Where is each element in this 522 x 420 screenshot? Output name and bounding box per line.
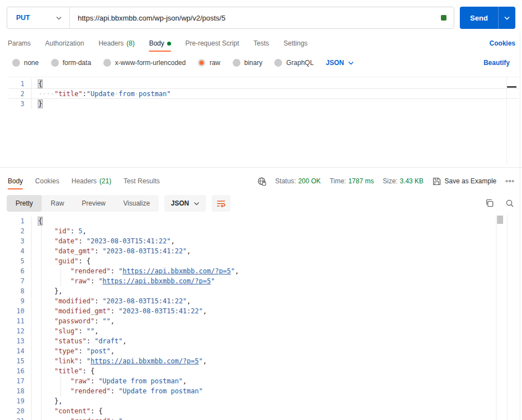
code-content: ····"title":"Update·from·postman" xyxy=(31,89,519,99)
method-selector[interactable]: PUT xyxy=(7,7,69,28)
json-str: "Update xyxy=(87,90,115,98)
json-punc: : xyxy=(111,267,118,275)
search-icon[interactable] xyxy=(505,199,514,208)
tab-body[interactable]: Body xyxy=(149,34,170,52)
radio-icon xyxy=(103,59,111,67)
line-number: 2 xyxy=(9,226,31,236)
line-number: 1 xyxy=(9,216,31,226)
body-type-radio-binary[interactable]: binary xyxy=(233,59,263,67)
response-view-switcher: PrettyRawPreviewVisualize xyxy=(7,195,159,212)
code-content: "raw": "https://api.bbxmbb.com/?p=5" xyxy=(31,276,519,286)
body-type-radio-none[interactable]: none xyxy=(12,59,39,67)
response-body-viewer[interactable]: 1{2 "id": 5,3 "date": "2023-08-03T15:41:… xyxy=(9,214,519,420)
line-number: 1 xyxy=(9,79,31,89)
code-line: 21 "rendered": " xyxy=(9,416,519,420)
json-str: "2023-08-03T15:41:22" xyxy=(103,247,187,255)
body-type-radio-x-www-form-urlencoded[interactable]: x-www-form-urlencoded xyxy=(103,59,185,67)
view-tab-pretty[interactable]: Pretty xyxy=(7,195,42,212)
body-type-radio-graphql[interactable]: GraphQL xyxy=(274,59,313,67)
json-key: "title" xyxy=(54,90,83,98)
code-line: 10 "modified_gmt": "2023-08-03T15:41:22"… xyxy=(9,306,519,316)
view-tab-preview[interactable]: Preview xyxy=(73,195,114,212)
code-content: "modified_gmt": "2023-08-03T15:41:22", xyxy=(31,306,519,316)
tab-label: Settings xyxy=(284,39,308,47)
network-globe-lock-icon[interactable] xyxy=(257,177,267,186)
tab-headers[interactable]: Headers(8) xyxy=(98,34,134,52)
json-ws: · xyxy=(114,90,118,98)
raw-language-select[interactable]: JSON xyxy=(326,59,354,67)
json-ws: ···· xyxy=(38,90,54,98)
time-badge: Time: 1787 ms xyxy=(330,177,374,185)
raw-language-label: JSON xyxy=(326,59,344,67)
code-content: }, xyxy=(31,396,519,406)
tab-tests[interactable]: Tests xyxy=(253,34,269,52)
json-punc: }, xyxy=(54,287,62,295)
time-value: 1787 ms xyxy=(348,177,374,185)
chevron-down-icon xyxy=(348,61,354,65)
send-options-button[interactable] xyxy=(498,7,515,29)
json-str: " xyxy=(119,267,123,275)
save-as-example-button[interactable]: Save as Example xyxy=(433,177,496,186)
code-content: "date_gmt": "2023-08-03T15:41:22", xyxy=(31,246,519,256)
code-content: "title": { xyxy=(31,366,519,376)
view-tab-raw[interactable]: Raw xyxy=(42,195,73,212)
response-tab-test-results[interactable]: Test Results xyxy=(123,172,159,190)
json-link[interactable]: https://api.bbxmbb.com/?p=5 xyxy=(91,357,199,365)
wrap-text-button[interactable] xyxy=(212,195,230,212)
json-link[interactable]: https://api.bbxmbb.com/?p=5 xyxy=(103,277,211,285)
scrollbar-track-border xyxy=(507,214,508,420)
code-line: 6 "rendered": "https://api.bbxmbb.com/?p… xyxy=(9,266,519,276)
code-content: "rendered": " xyxy=(31,416,519,420)
code-line: 15 "link": "https://api.bbxmbb.com/?p=5"… xyxy=(9,356,519,366)
json-punc: : xyxy=(94,317,102,325)
json-punc: , xyxy=(187,247,190,255)
view-tab-visualize[interactable]: Visualize xyxy=(114,195,159,212)
request-body-editor[interactable]: 1{2····"title":"Update·from·postman"3} xyxy=(9,77,519,167)
json-key: "date_gmt" xyxy=(54,247,94,255)
tab-settings[interactable]: Settings xyxy=(284,34,308,52)
response-tab-headers[interactable]: Headers(21) xyxy=(72,172,112,190)
response-tab-cookies[interactable]: Cookies xyxy=(35,172,59,190)
more-actions-icon[interactable] xyxy=(505,179,514,183)
response-language-select[interactable]: JSON xyxy=(164,195,206,212)
json-key: "rendered" xyxy=(71,387,111,395)
response-tab-body[interactable]: Body xyxy=(8,172,23,190)
json-punc: , xyxy=(187,297,190,305)
status-label: Status: xyxy=(275,177,296,185)
copy-icon[interactable] xyxy=(485,199,494,208)
tab-label: Test Results xyxy=(123,177,159,185)
json-punc: : xyxy=(71,227,78,235)
tab-pre-request-script[interactable]: Pre-request Script xyxy=(185,34,239,52)
line-number: 5 xyxy=(9,256,31,266)
json-punc: , xyxy=(94,327,98,335)
code-content: "link": "https://api.bbxmbb.com/?p=5", xyxy=(31,356,519,366)
code-line: 8 }, xyxy=(9,286,519,296)
tab-authorization[interactable]: Authorization xyxy=(45,34,84,52)
json-str: " xyxy=(119,417,123,420)
code-line: 19 }, xyxy=(9,396,519,406)
json-str: "2023-08-03T15:41:22" xyxy=(87,237,171,245)
response-scrollbar-thumb[interactable] xyxy=(497,216,503,224)
json-brace: } xyxy=(38,100,42,108)
chevron-down-icon xyxy=(504,16,510,20)
url-input[interactable] xyxy=(70,14,441,22)
send-button[interactable]: Send xyxy=(460,7,498,29)
environment-indicator-icon xyxy=(441,15,446,21)
method-label: PUT xyxy=(16,14,30,22)
json-ws xyxy=(38,267,71,275)
json-punc: , xyxy=(203,357,207,365)
code-line: 11 "password": "", xyxy=(9,316,519,326)
json-link[interactable]: https://api.bbxmbb.com/?p=5 xyxy=(123,267,231,275)
tab-params[interactable]: Params xyxy=(8,34,31,52)
json-str: " xyxy=(87,357,91,365)
json-punc: : xyxy=(78,357,86,365)
code-line: 14 "type": "post", xyxy=(9,346,519,356)
request-tabs: ParamsAuthorizationHeaders(8)BodyPre-req… xyxy=(8,34,515,52)
response-language-label: JSON xyxy=(171,199,189,207)
body-type-radio-form-data[interactable]: form-data xyxy=(51,59,91,67)
body-type-label: none xyxy=(24,59,39,67)
cookies-link[interactable]: Cookies xyxy=(489,39,515,47)
beautify-link[interactable]: Beautify xyxy=(484,59,510,67)
request-editor-scrollbar[interactable] xyxy=(506,77,516,164)
body-type-radio-raw[interactable]: raw xyxy=(198,59,220,67)
